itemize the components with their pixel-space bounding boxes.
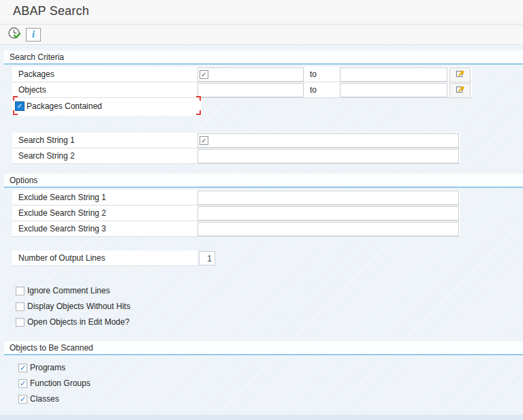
programs-checkbox-row[interactable]: ✓ Programs [18,361,65,374]
search-string-2-input[interactable] [197,149,459,163]
packages-to-input[interactable] [340,67,447,82]
selection-active-icon: ✓ [200,70,208,79]
checkbox-label: Classes [30,394,59,404]
exclude-search-string-1-label: Exclude Search String 1 [18,190,106,206]
open-objects-in-edit-mode-checkbox-row[interactable]: ✓ Open Objects in Edit Mode? [16,316,129,328]
check-icon: ✓ [19,364,27,372]
number-of-output-lines-label: Number of Output Lines [18,251,105,266]
packages-multiple-selection-button[interactable] [449,67,471,82]
search-string-1-label: Search String 1 [18,133,75,148]
number-of-output-lines-input[interactable] [199,251,215,265]
checkbox-label: Display Objects Without Hits [27,302,130,311]
exclude-search-string-3-label: Exclude Search String 3 [18,221,106,237]
packages-label: Packages [18,67,54,82]
execute-button[interactable] [7,28,22,42]
packages-from-input[interactable] [197,67,304,82]
display-objects-without-hits-checkbox-row[interactable]: ✓ Display Objects Without Hits [16,300,130,312]
section-header-options: Options [4,174,523,188]
abap-search-window: ABAP Search i Search Criteria Packages ✓… [0,0,523,420]
bottom-edge [0,415,523,420]
check-icon: ✓ [19,395,27,403]
classes-checkbox-row[interactable]: ✓ Classes [18,393,59,405]
info-button[interactable]: i [26,28,41,42]
classes-checkbox[interactable]: ✓ [18,395,27,404]
ignore-comment-lines-checkbox[interactable]: ✓ [16,287,25,295]
section-header-objects-to-be-scanned: Objects to Be Scanned [4,341,523,355]
selection-active-icon: ✓ [200,136,208,145]
ignore-comment-lines-checkbox-row[interactable]: ✓ Ignore Comment Lines [16,285,110,297]
search-string-1-input[interactable] [197,133,459,148]
display-objects-without-hits-checkbox[interactable]: ✓ [16,302,25,311]
exclude-search-string-2-input[interactable] [197,206,459,221]
programs-checkbox[interactable]: ✓ [18,364,27,372]
section-header-search-criteria: Search Criteria [4,50,523,65]
checkbox-label: Open Objects in Edit Mode? [27,317,129,327]
title-bar: ABAP Search [0,0,523,25]
page-title: ABAP Search [13,4,89,18]
packages-to-label: to [310,67,317,82]
function-groups-checkbox-row[interactable]: ✓ Function Groups [18,377,91,389]
exclude-search-string-3-input[interactable] [197,222,459,236]
open-objects-in-edit-mode-checkbox[interactable]: ✓ [16,318,25,327]
checkbox-label: Ignore Comment Lines [27,286,110,295]
function-groups-checkbox[interactable]: ✓ [18,379,27,388]
exclude-search-string-2-label: Exclude Search String 2 [18,206,106,221]
multiple-selection-arrow-icon [455,84,466,97]
checkbox-label: Programs [30,363,65,372]
objects-to-label: to [310,82,317,98]
exclude-search-string-1-input[interactable] [197,191,459,205]
section-title: Options [10,174,37,187]
packages-contained-checkbox-row[interactable]: ✓ Packages Contained [15,100,102,112]
application-toolbar: i [0,25,523,45]
multiple-selection-arrow-icon [455,68,466,82]
section-title: Objects to Be Scanned [10,342,93,355]
checkbox-label: Function Groups [30,378,91,388]
section-title: Search Criteria [10,51,64,64]
check-icon: ✓ [19,380,27,387]
search-string-2-label: Search String 2 [18,148,75,164]
execute-clock-check-icon [7,27,22,44]
objects-from-input[interactable] [197,83,304,97]
objects-label: Objects [18,82,46,98]
objects-multiple-selection-button[interactable] [449,83,471,98]
info-icon: i [32,30,35,39]
packages-contained-label: Packages Contained [27,101,102,111]
packages-contained-checkbox[interactable]: ✓ [15,101,25,111]
check-icon: ✓ [16,102,24,110]
objects-to-input[interactable] [340,83,447,97]
